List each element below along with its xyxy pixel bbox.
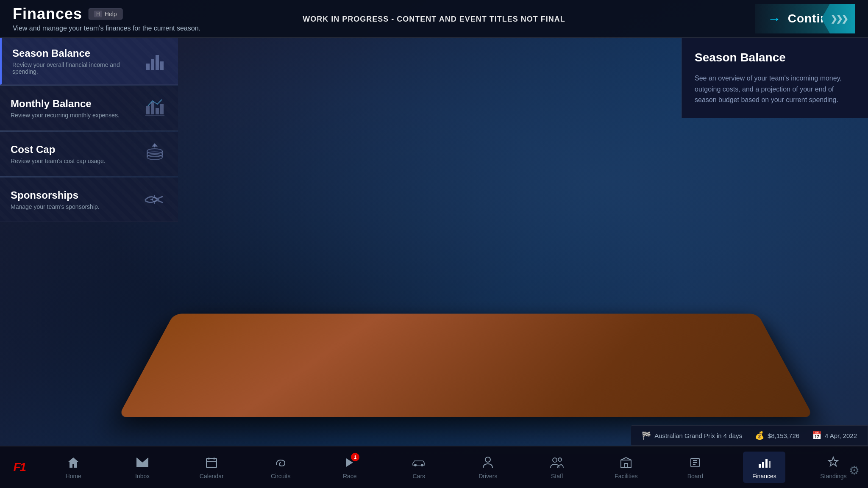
svg-rect-2 [156,108,159,114]
status-date-text: 4 Apr, 2022 [825,432,857,439]
menu-item-sponsorships-text: Sponsorships Manage your team's sponsors… [11,189,100,210]
money-status-icon: 💰 [755,431,764,440]
menu-item-cost-cap-desc: Review your team's cost cap usage. [11,158,106,164]
board-icon [687,455,703,470]
inbox-icon [135,455,150,470]
status-event: 🏁 Australian Grand Prix in 4 days [642,431,742,440]
svg-rect-33 [759,464,761,468]
menu-item-sponsorships[interactable]: Sponsorships Manage your team's sponsors… [0,177,178,222]
header-right: → Continue ❯❯❯ [755,4,855,33]
facilities-icon [618,455,634,470]
sponsorships-icon [142,187,167,212]
status-date: 📅 4 Apr, 2022 [812,431,857,440]
svg-point-23 [421,464,423,466]
nav-item-finances-label: Finances [752,473,776,480]
status-balance-text: $8,153,726 [768,432,799,439]
svg-rect-0 [146,106,150,114]
circuits-icon [273,455,288,470]
calendar-status-icon: 📅 [812,431,821,440]
monthly-chart-icon [142,95,167,121]
svg-rect-1 [151,102,154,114]
nav-item-cars[interactable]: Cars [398,452,440,483]
bar-chart-visual [146,53,164,70]
menu-item-sponsorships-title: Sponsorships [11,189,100,201]
nav-item-board-label: Board [687,473,703,480]
menu-item-monthly-balance-text: Monthly Balance Review your recurring mo… [11,98,120,119]
finances-icon [757,455,772,470]
svg-marker-11 [152,143,158,147]
nav-item-drivers-label: Drivers [479,473,497,480]
menu-item-cost-cap-title: Cost Cap [11,144,106,155]
status-balance: 💰 $8,153,726 [755,431,799,440]
race-icon: 1 [342,455,357,470]
status-bar: 🏁 Australian Grand Prix in 4 days 💰 $8,1… [631,425,868,446]
help-key: H [94,11,102,17]
page-title: Finances [13,5,82,23]
nav-item-calendar-label: Calendar [200,473,224,480]
menu-item-monthly-balance-title: Monthly Balance [11,98,120,110]
help-button[interactable]: H Help [89,8,122,19]
bg-conference-table [118,314,814,417]
continue-button[interactable]: → Continue ❯❯❯ [755,4,855,33]
svg-rect-28 [625,463,627,468]
nav-item-finances[interactable]: Finances [743,452,785,483]
nav-item-circuits[interactable]: Circuits [259,452,302,483]
flag-status-icon: 🏁 [642,431,651,440]
nav-item-race-label: Race [343,473,357,480]
drivers-icon [480,455,495,470]
menu-item-season-balance-title: Season Balance [12,47,143,59]
svg-point-22 [414,464,417,466]
nav-item-calendar[interactable]: Calendar [190,452,233,483]
nav-item-inbox[interactable]: Inbox [121,452,164,483]
nav-item-standings-label: Standings [820,473,846,480]
f1-logo: F1 [14,460,26,474]
menu-item-season-balance-desc: Review your overall financial income and… [12,61,143,75]
nav-item-standings[interactable]: Standings [812,452,854,483]
menu-item-cost-cap-text: Cost Cap Review your team's cost cap usa… [11,144,106,164]
bottom-nav: F1 Home Inbox Calendar Circuits 1 Race [0,446,868,488]
svg-rect-17 [206,458,217,468]
nav-item-inbox-label: Inbox [135,473,150,480]
nav-item-facilities[interactable]: Facilities [605,452,647,483]
help-label: Help [105,11,117,17]
menu-item-monthly-balance[interactable]: Monthly Balance Review your recurring mo… [0,86,178,130]
svg-point-7 [147,149,162,154]
staff-icon [549,455,565,470]
nav-item-staff[interactable]: Staff [536,452,578,483]
svg-rect-35 [765,459,768,468]
wip-notice: WORK IN PROGRESS - CONTENT AND EVENT TIT… [303,0,565,38]
nav-item-race[interactable]: 1 Race [328,452,371,483]
svg-rect-36 [769,461,771,468]
menu-item-season-balance-text: Season Balance Review your overall finan… [12,47,143,75]
race-notification-badge: 1 [351,453,359,461]
continue-arrow-icon: → [768,11,782,27]
svg-point-25 [553,458,557,462]
chevrons-decoration: ❯❯❯ [821,4,855,33]
menu-item-sponsorships-desc: Manage your team's sponsorship. [11,203,100,210]
info-panel-title: Season Balance [695,51,855,64]
sidebar: Season Balance Review your overall finan… [0,38,178,222]
nav-item-staff-label: Staff [551,473,563,480]
nav-item-drivers[interactable]: Drivers [467,452,509,483]
svg-rect-34 [762,462,764,468]
monthly-chart-svg [144,97,165,119]
bar-chart-icon [143,49,167,74]
menu-item-cost-cap[interactable]: Cost Cap Review your team's cost cap usa… [0,132,178,176]
settings-button[interactable]: ⚙ [849,463,860,477]
nav-item-circuits-label: Circuits [271,473,291,480]
cost-cap-svg [144,142,165,166]
standings-icon [826,455,841,470]
info-panel: Season Balance See an overview of your t… [682,38,868,118]
cost-cap-icon [142,141,167,166]
info-panel-description: See an overview of your team's incoming … [695,73,855,105]
svg-point-24 [485,457,490,462]
handshake-svg [143,189,167,210]
header-bar: Finances H Help View and manage your tea… [0,0,868,38]
menu-item-monthly-balance-desc: Review your recurring monthly expenses. [11,112,120,119]
svg-rect-3 [160,104,164,114]
nav-item-home[interactable]: Home [52,452,95,483]
home-icon [66,455,81,470]
nav-item-board[interactable]: Board [674,452,716,483]
nav-item-facilities-label: Facilities [615,473,637,480]
menu-item-season-balance[interactable]: Season Balance Review your overall finan… [0,38,178,85]
